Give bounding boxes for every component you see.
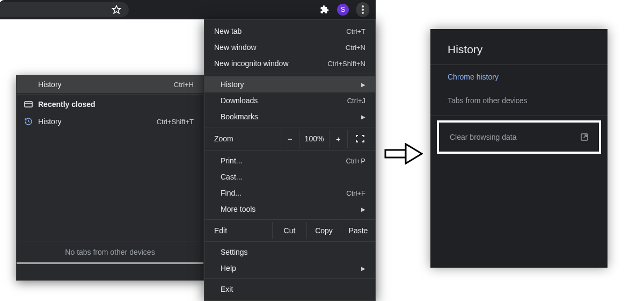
chevron-right-icon: ▶ [361, 82, 365, 88]
arrow-icon [384, 143, 423, 164]
separator [204, 219, 375, 220]
chevron-right-icon: ▶ [361, 266, 365, 271]
menu-item-more-tools[interactable]: More tools ▶ [204, 201, 375, 217]
submenu-item-history[interactable]: History Ctrl+H [17, 76, 203, 93]
history-sidebar: History Chrome history Tabs from other d… [430, 29, 608, 268]
separator [17, 94, 203, 95]
extensions-icon[interactable] [320, 5, 330, 15]
chevron-right-icon: ▶ [361, 114, 365, 120]
menu-item-new-tab[interactable]: New tab Ctrl+T [204, 23, 375, 39]
svg-rect-6 [385, 150, 406, 157]
svg-point-2 [362, 9, 364, 11]
clear-data-label: Clear browsing data [450, 133, 580, 141]
submenu-accel: Ctrl+H [174, 81, 194, 89]
fullscreen-button[interactable] [347, 130, 372, 148]
edit-copy-button[interactable]: Copy [306, 222, 341, 239]
submenu-label: Recently closed [38, 100, 194, 109]
submenu-recently-closed: Recently closed [17, 96, 203, 113]
submenu-item-history-restore[interactable]: History Ctrl+Shift+T [17, 113, 203, 130]
separator [204, 127, 375, 127]
history-submenu: History Ctrl+H Recently closed History [16, 75, 204, 281]
profile-avatar[interactable]: S [337, 4, 349, 16]
open-external-icon [580, 132, 589, 142]
zoom-value: 100% [299, 130, 329, 148]
submenu-label: History [38, 117, 157, 126]
menu-item-new-incognito[interactable]: New incognito window Ctrl+Shift+N [204, 55, 375, 71]
address-bar[interactable] [0, 2, 129, 17]
menu-item-help[interactable]: Help ▶ [204, 260, 375, 276]
separator [204, 241, 375, 242]
menu-item-cast[interactable]: Cast... [204, 169, 375, 185]
star-icon[interactable] [112, 5, 121, 15]
svg-rect-4 [25, 102, 32, 107]
edit-cut-button[interactable]: Cut [272, 222, 306, 239]
chevron-right-icon: ▶ [361, 206, 365, 212]
submenu-accel: Ctrl+Shift+T [157, 118, 194, 126]
svg-marker-0 [113, 6, 121, 13]
separator [204, 74, 375, 74]
tab-icon [24, 101, 38, 108]
history-title: History [430, 29, 608, 64]
separator [204, 278, 375, 279]
menu-item-edit: Edit Cut Copy Paste [204, 222, 375, 239]
svg-point-3 [362, 12, 364, 14]
menu-item-downloads[interactable]: Downloads Ctrl+J [204, 92, 375, 109]
submenu-footer: No tabs from other devices [17, 241, 203, 262]
browser-toolbar: S [0, 0, 376, 19]
chrome-main-menu: New tab Ctrl+T New window Ctrl+N New inc… [204, 19, 376, 301]
zoom-in-button[interactable]: + [329, 130, 347, 148]
separator [204, 150, 375, 150]
sidebar-item-chrome-history[interactable]: Chrome history [430, 65, 608, 89]
svg-marker-7 [406, 144, 422, 163]
menu-item-find[interactable]: Find... Ctrl+F [204, 185, 375, 201]
menu-item-bookmarks[interactable]: Bookmarks ▶ [204, 109, 375, 125]
menu-item-exit[interactable]: Exit [204, 281, 375, 297]
edit-paste-button[interactable]: Paste [341, 222, 375, 239]
menu-button[interactable] [356, 2, 369, 17]
svg-point-1 [362, 5, 364, 8]
menu-item-history[interactable]: History ▶ [204, 76, 375, 92]
separator [430, 116, 608, 116]
menu-item-settings[interactable]: Settings [204, 244, 375, 260]
menu-item-zoom: Zoom − 100% + [204, 130, 375, 148]
zoom-out-button[interactable]: − [281, 130, 299, 148]
submenu-label: History [38, 80, 174, 89]
sidebar-item-clear-data[interactable]: Clear browsing data [437, 120, 601, 154]
sidebar-item-tabs-other[interactable]: Tabs from other devices [430, 89, 608, 112]
menu-item-new-window[interactable]: New window Ctrl+N [204, 39, 375, 55]
menu-item-print[interactable]: Print... Ctrl+P [204, 153, 375, 169]
history-icon [24, 117, 38, 126]
